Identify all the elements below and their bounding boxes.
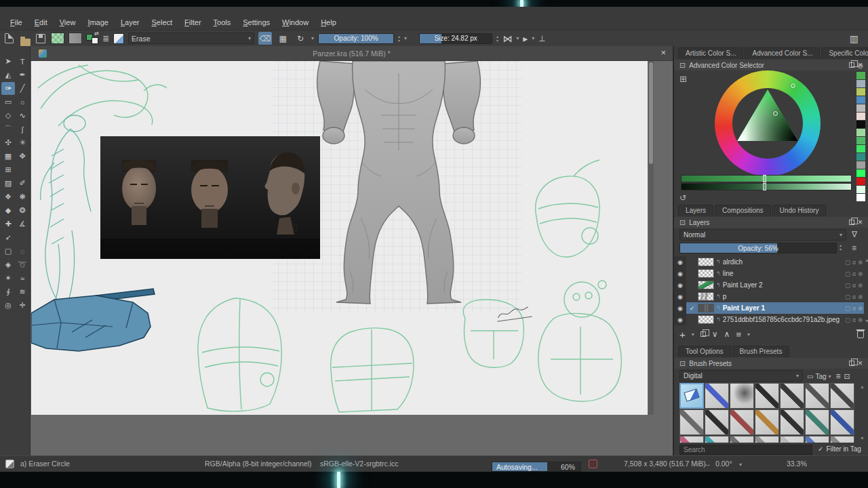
menu-window[interactable]: Window (276, 16, 315, 28)
layer-scroll-up[interactable]: ▲ (865, 258, 868, 262)
brush-preset[interactable] (830, 436, 854, 443)
swap-colors-icon[interactable]: ⇄ (94, 30, 99, 37)
brush-preset[interactable] (679, 436, 704, 443)
tool-calligraphy[interactable]: ✒ (16, 68, 29, 81)
tool-smart-color[interactable]: ❋ (16, 190, 29, 203)
history-swatch-2e8f86[interactable] (856, 153, 865, 161)
layers-tab-compositions[interactable]: Compositions (715, 205, 771, 216)
canvas-vertical-scrollbar[interactable] (648, 61, 654, 415)
visibility-eye-icon[interactable]: ◉ (674, 291, 686, 302)
history-swatch-2fff5f[interactable] (856, 169, 865, 177)
current-brush-icon[interactable] (5, 460, 14, 468)
brush-preset[interactable] (730, 436, 754, 443)
choices-icon[interactable]: ≣ (102, 35, 109, 43)
history-swatch-d01818[interactable] (856, 178, 865, 185)
brush-preset[interactable] (755, 383, 779, 409)
history-swatch-b8c75f[interactable] (856, 88, 865, 96)
rotation-icon[interactable]: ↔ (704, 460, 711, 468)
tool-zoom[interactable]: ◎ (1, 299, 15, 312)
bottom-tab-brush-presets[interactable]: Brush Presets (732, 346, 790, 357)
brush-preset[interactable] (805, 436, 829, 443)
tool-dynamic-brush[interactable]: ✣ (1, 136, 15, 149)
layers-docker-header[interactable]: ⊡ Layers × (674, 217, 868, 228)
eraser-mode-button[interactable]: ⌫ (258, 32, 272, 45)
size-stepper[interactable]: ▴▾ (496, 35, 498, 43)
lock-icon[interactable]: ▢ (845, 282, 850, 289)
tool-pan[interactable]: ✛ (16, 299, 29, 312)
brush-preset[interactable] (705, 383, 729, 409)
selector-settings-icon[interactable]: ⊞ (679, 75, 687, 83)
color-tab-artistic-color-s[interactable]: Artistic Color S... (678, 47, 743, 59)
inherit-alpha-icon[interactable]: ⊗ (858, 259, 863, 266)
history-swatch-4db053[interactable] (856, 72, 865, 79)
tool-rectangle[interactable]: ▭ (1, 96, 15, 108)
history-swatch-9fb0bc[interactable] (856, 80, 865, 87)
visibility-eye-icon[interactable]: ◉ (674, 314, 686, 325)
opacity-slider[interactable]: Opacity: 100% (318, 33, 394, 44)
size-slider[interactable]: Size: 24.82 px (419, 33, 492, 44)
tool-contiguous-select[interactable]: ✴ (1, 272, 15, 285)
reset-colors-icon[interactable]: ↺ (679, 194, 686, 202)
layer-row-p[interactable]: ◉ ✓ ↰ p ▢ α ⊗ (674, 291, 864, 302)
brush-tag-select[interactable]: Digital▾ (679, 370, 803, 382)
playback-dropdown[interactable]: ▾ (532, 35, 534, 41)
layer-scroll-down[interactable]: ▼ (865, 319, 868, 323)
close-docker-icon[interactable]: × (858, 218, 863, 226)
tool-multibrush[interactable]: ✳ (16, 136, 29, 149)
brush-preset[interactable] (679, 383, 704, 409)
history-swatch-3ce464[interactable] (856, 145, 865, 152)
inherit-alpha-icon[interactable]: ⊗ (858, 293, 863, 300)
menu-help[interactable]: Help (315, 16, 342, 28)
alpha-lock-icon[interactable]: α (852, 293, 856, 300)
playback-icon[interactable]: ▸ (523, 34, 528, 43)
lock-icon[interactable]: ▢ (845, 293, 850, 300)
add-layer-button[interactable]: + (679, 329, 686, 340)
brush-preset[interactable] (780, 409, 804, 435)
tool-polygon-select[interactable]: ◈ (1, 258, 15, 271)
layers-tab-layers[interactable]: Layers (678, 205, 713, 216)
alpha-lock-icon[interactable]: α (852, 282, 856, 289)
tool-polyline[interactable]: ∿ (16, 109, 29, 122)
float-docker-icon[interactable] (849, 62, 854, 68)
color-profile-label[interactable]: sRGB-elle-V2-srgbtrc.icc (320, 460, 399, 468)
tool-fill[interactable]: ◆ (1, 204, 15, 217)
history-swatch-dfffe9[interactable] (856, 186, 865, 193)
alpha-lock-icon[interactable]: α (852, 270, 856, 277)
blend-mode-select[interactable]: Normal▾ (679, 229, 846, 241)
tool-transform[interactable]: ▦ (1, 150, 15, 163)
reload-preset-button[interactable]: ↻ (294, 32, 307, 45)
canvas[interactable] (31, 61, 648, 415)
no-color-icon[interactable]: ⊘ (857, 62, 863, 70)
hue-ring[interactable] (715, 70, 821, 176)
duplicate-layer-button[interactable] (701, 331, 706, 337)
visibility-eye-icon[interactable]: ◉ (674, 302, 686, 314)
add-layer-dropdown[interactable]: ▾ (692, 331, 694, 338)
visibility-eye-icon[interactable]: ◉ (674, 256, 686, 268)
brush-preset[interactable] (780, 383, 804, 409)
close-document-icon[interactable]: × (660, 47, 666, 58)
mirror-horizontal-icon[interactable]: ⋈ (502, 34, 512, 43)
history-swatch-ead9d4[interactable] (856, 113, 865, 120)
tool-color-sampler[interactable]: ✐ (16, 177, 29, 190)
memory-autosave-bar[interactable]: Autosaving... 60% (492, 462, 581, 472)
float-docker-icon[interactable] (849, 220, 854, 225)
tool-rect-select[interactable]: ▢ (1, 245, 15, 258)
brush-scroll-down[interactable]: ▼ (860, 436, 865, 441)
opacity-dropdown[interactable]: ▾ (404, 35, 407, 41)
brush-preset[interactable] (755, 409, 779, 435)
tool-magnetic-select[interactable]: ≋ (16, 285, 29, 298)
inherit-alpha-icon[interactable]: ⊗ (858, 282, 863, 289)
brush-preset-combo[interactable]: Erase▾ (128, 33, 254, 44)
layer-options-menu-icon[interactable]: ≡ (852, 244, 856, 252)
zoom-level-value[interactable]: 33.3% (787, 460, 807, 468)
menu-file[interactable]: File (4, 16, 28, 28)
brush-preset[interactable] (780, 436, 804, 443)
colorspace-label[interactable]: RGB/Alpha (8-bit integer/channel) (205, 460, 312, 468)
angle-dropdown[interactable]: ▾ (739, 462, 742, 468)
brush-preset[interactable] (830, 383, 854, 409)
move-layer-down-button[interactable]: ∨ (712, 329, 718, 339)
brush-preset[interactable] (705, 436, 729, 443)
menu-tools[interactable]: Tools (208, 16, 237, 28)
lock-icon[interactable]: ▢ (845, 270, 850, 277)
pattern-swatch[interactable] (51, 33, 64, 44)
